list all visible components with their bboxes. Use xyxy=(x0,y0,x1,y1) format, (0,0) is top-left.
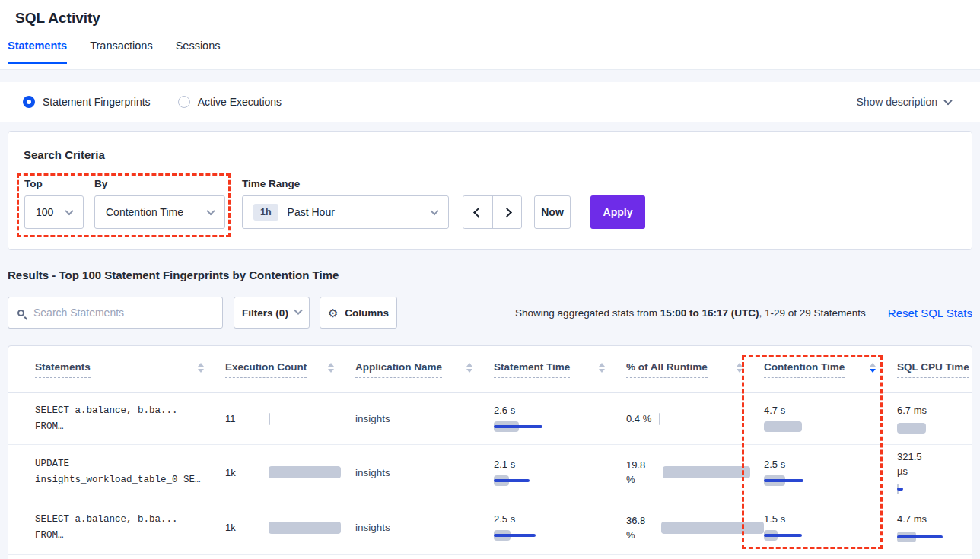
pct-runtime-cell: 36.8 % xyxy=(626,513,764,542)
column-header-statements[interactable]: Statements xyxy=(35,361,225,378)
statements-table: Statements Execution Count Application N… xyxy=(8,345,972,559)
results-heading: Results - Top 100 Statement Fingerprints… xyxy=(8,268,980,281)
search-criteria-heading: Search Criteria xyxy=(8,132,972,161)
by-group: By Contention Time xyxy=(94,178,225,229)
sql-cpu-time-cell: 4.7 ms xyxy=(897,512,972,543)
statement-link[interactable]: SELECT a.balance, b.ba... FROM… xyxy=(35,403,225,435)
table-row[interactable]: SELECT a.balance, b.ba... FROM… 11 insig… xyxy=(8,393,972,445)
execution-count-bar xyxy=(269,522,341,534)
sort-icon[interactable] xyxy=(328,363,334,376)
divider xyxy=(877,301,877,324)
view-radio-group: Statement Fingerprints Active Executions xyxy=(23,96,282,108)
execution-count-bar xyxy=(269,413,270,425)
tab-transactions[interactable]: Transactions xyxy=(90,40,152,64)
time-prev-button[interactable] xyxy=(463,196,492,228)
contention-time-line xyxy=(764,479,803,482)
radio-unselected-icon[interactable] xyxy=(178,96,190,108)
chevron-right-icon xyxy=(502,208,512,218)
time-range-badge: 1h xyxy=(253,204,278,221)
tab-statements[interactable]: Statements xyxy=(8,40,67,64)
show-description-toggle[interactable]: Show description xyxy=(856,96,951,108)
page-title: SQL Activity xyxy=(0,0,980,27)
chevron-down-icon xyxy=(65,207,73,215)
sort-icon[interactable] xyxy=(599,363,605,376)
time-range-label: Time Range xyxy=(242,178,449,189)
column-header-statement-time[interactable]: Statement Time xyxy=(494,361,626,378)
by-select[interactable]: Contention Time xyxy=(94,195,225,229)
reset-sql-stats-link[interactable]: Reset SQL Stats xyxy=(888,306,972,319)
app-header: SQL Activity Statements Transactions Ses… xyxy=(0,0,980,70)
radio-label: Statement Fingerprints xyxy=(43,96,151,108)
contention-time-line xyxy=(764,534,802,537)
top-select-value: 100 xyxy=(36,206,53,218)
top-select[interactable]: 100 xyxy=(24,195,84,229)
sql-cpu-line xyxy=(897,535,943,538)
sort-icon[interactable] xyxy=(737,363,743,376)
top-group: Top 100 xyxy=(24,178,84,229)
statement-time-cell: 2.1 s xyxy=(494,459,626,487)
search-statements-input[interactable] xyxy=(33,306,213,319)
sql-cpu-time-cell: 6.7 ms xyxy=(897,403,972,434)
sql-cpu-line xyxy=(897,488,903,491)
pct-runtime-bar xyxy=(663,466,750,478)
contention-time-bar xyxy=(764,421,802,432)
sql-cpu-bar xyxy=(897,423,926,434)
tab-sessions[interactable]: Sessions xyxy=(176,40,221,64)
statement-link[interactable]: SELECT a.balance, b.ba... FROM… xyxy=(35,512,225,544)
radio-statement-fingerprints[interactable]: Statement Fingerprints xyxy=(23,96,151,108)
table-header-row: Statements Execution Count Application N… xyxy=(8,346,972,393)
time-nav-buttons xyxy=(463,195,522,229)
view-toggle-band: Statement Fingerprints Active Executions… xyxy=(0,82,980,122)
pct-runtime-cell: 19.8 % xyxy=(626,458,764,487)
by-select-value: Contention Time xyxy=(106,206,183,218)
radio-label: Active Executions xyxy=(198,96,282,108)
time-range-select[interactable]: 1h Past Hour xyxy=(242,195,449,229)
table-row[interactable]: SELECT a.balance, b.ba... FROM… 1k insig… xyxy=(8,500,972,555)
show-description-label: Show description xyxy=(856,96,937,108)
now-button[interactable]: Now xyxy=(534,195,571,229)
column-header-pct-runtime[interactable]: % of All Runtime xyxy=(626,361,764,378)
time-next-button[interactable] xyxy=(492,196,521,228)
column-header-application-name[interactable]: Application Name xyxy=(355,361,494,378)
aggregated-stats-text: Showing aggregated stats from 15:00 to 1… xyxy=(515,307,866,319)
gear-icon: ⚙ xyxy=(328,307,338,319)
filters-button[interactable]: Filters (0) xyxy=(234,297,310,329)
search-criteria-card: Search Criteria Top 100 By Contention Ti… xyxy=(8,131,972,250)
column-header-contention-time[interactable]: Contention Time xyxy=(764,361,897,378)
statement-time-line xyxy=(494,425,542,428)
contention-time-cell: 2.5 s xyxy=(764,459,897,487)
table-row[interactable]: UPDATE insights_workload_table_0 SE… 1k … xyxy=(8,445,972,500)
pct-runtime-cell: 0.4 % xyxy=(626,411,764,426)
columns-label: Columns xyxy=(345,307,389,319)
execution-count-cell: 1k xyxy=(225,466,355,478)
application-name-cell: insights xyxy=(355,522,494,533)
contention-time-cell: 4.7 s xyxy=(764,405,897,433)
chevron-left-icon xyxy=(473,208,483,218)
column-header-execution-count[interactable]: Execution Count xyxy=(225,361,355,378)
execution-count-cell: 11 xyxy=(225,413,355,425)
tab-bar: Statements Transactions Sessions xyxy=(0,40,980,64)
execution-count-bar xyxy=(269,466,341,478)
column-header-sql-cpu-time[interactable]: SQL CPU Time xyxy=(897,361,972,378)
top-label: Top xyxy=(24,178,84,189)
chevron-down-icon xyxy=(943,97,952,105)
sort-icon[interactable] xyxy=(466,363,473,376)
sort-icon-active-desc[interactable] xyxy=(870,363,876,376)
application-name-cell: insights xyxy=(355,413,494,424)
sort-icon[interactable] xyxy=(198,363,204,376)
criteria-controls: Top 100 By Contention Time Time Range 1h… xyxy=(8,178,972,229)
radio-active-executions[interactable]: Active Executions xyxy=(178,96,282,108)
statement-time-cell: 2.6 s xyxy=(494,405,626,433)
search-statements-box[interactable] xyxy=(8,297,223,329)
execution-count-cell: 1k xyxy=(225,522,355,534)
apply-button[interactable]: Apply xyxy=(590,195,645,229)
application-name-cell: insights xyxy=(355,467,494,478)
results-controls-row: Filters (0) ⚙ Columns Showing aggregated… xyxy=(8,297,972,329)
statement-time-cell: 2.5 s xyxy=(494,513,626,542)
statement-link[interactable]: UPDATE insights_workload_table_0 SE… xyxy=(35,456,225,488)
statement-time-line xyxy=(494,479,530,482)
radio-selected-icon[interactable] xyxy=(23,96,35,108)
columns-button[interactable]: ⚙ Columns xyxy=(320,297,397,329)
time-range-value: Past Hour xyxy=(288,206,335,218)
by-label: By xyxy=(94,178,225,189)
